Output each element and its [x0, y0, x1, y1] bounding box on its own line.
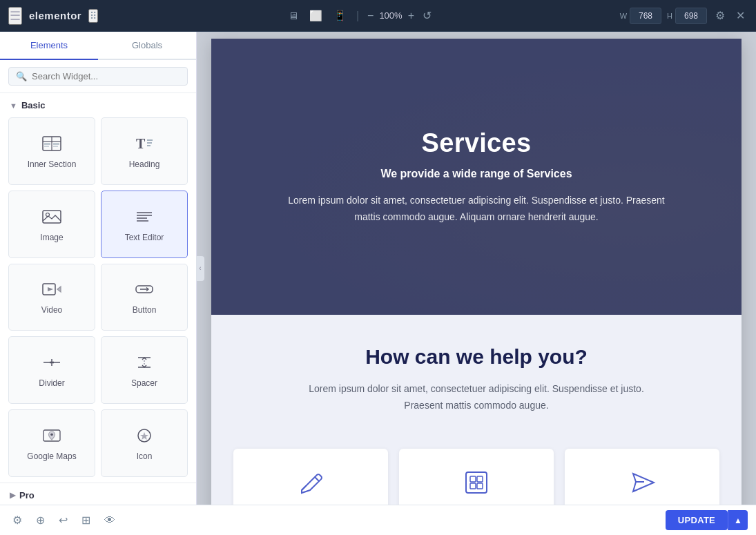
- svg-rect-5: [53, 143, 59, 145]
- pro-section-label: Pro: [19, 490, 35, 500]
- divider-icon: [42, 355, 61, 373]
- widget-button[interactable]: Button: [101, 264, 188, 331]
- svg-text:T: T: [136, 136, 146, 151]
- height-label: H: [667, 12, 672, 20]
- widget-heading[interactable]: T Heading: [101, 117, 188, 185]
- svg-rect-35: [470, 476, 476, 482]
- svg-line-33: [302, 486, 306, 490]
- sidebar: Elements Globals 🔍 ▼ Basic: [0, 32, 197, 505]
- update-options-button[interactable]: ▲: [728, 510, 748, 530]
- collapse-handle[interactable]: ‹: [196, 256, 204, 281]
- widget-icon[interactable]: Icon: [101, 409, 188, 477]
- widget-divider-label: Divider: [39, 378, 64, 388]
- templates-button[interactable]: ⊞: [77, 511, 95, 529]
- widget-icon-label: Icon: [137, 451, 153, 461]
- update-button[interactable]: UPDATE: [666, 510, 728, 530]
- svg-point-12: [46, 213, 50, 216]
- widget-heading-label: Heading: [129, 159, 160, 169]
- svg-rect-38: [477, 483, 483, 489]
- widget-inner-section[interactable]: Inner Section: [8, 117, 95, 185]
- settings-button[interactable]: ⚙: [713, 6, 728, 25]
- svg-rect-36: [477, 476, 483, 482]
- help-section: How can we help you? Lorem ipsum dolor s…: [211, 315, 742, 442]
- basic-section-header[interactable]: ▼ Basic: [0, 93, 196, 115]
- canvas-area[interactable]: Services We provide a wide range of Serv…: [197, 32, 756, 505]
- search-box: 🔍: [0, 60, 196, 93]
- widget-image[interactable]: Image: [8, 191, 95, 258]
- svg-rect-3: [44, 143, 50, 145]
- widget-google-maps-label: Google Maps: [27, 451, 76, 461]
- separator: |: [356, 10, 359, 22]
- mobile-view-button[interactable]: 📱: [329, 7, 351, 25]
- preview-button[interactable]: 👁: [100, 512, 119, 529]
- spacer-icon: [135, 355, 154, 373]
- svg-line-32: [315, 477, 319, 481]
- icon-icon: [135, 428, 154, 446]
- zoom-in-button[interactable]: +: [405, 8, 417, 23]
- menu-button[interactable]: ☰: [8, 7, 22, 25]
- hero-content: Services We provide a wide range of Serv…: [276, 128, 677, 226]
- widget-divider[interactable]: Divider: [8, 336, 95, 404]
- bottom-bar: ⚙ ⊕ ↩ ⊞ 👁 UPDATE ▲: [0, 505, 756, 535]
- widget-text-editor-label: Text Editor: [125, 233, 164, 242]
- top-bar-center: 🖥 ⬜ 📱 | − 100% + ↺: [284, 6, 434, 25]
- layers-button[interactable]: ⊕: [32, 511, 49, 529]
- text-editor-icon: [135, 209, 154, 227]
- widget-google-maps[interactable]: Google Maps: [8, 409, 95, 477]
- width-label: W: [620, 12, 627, 20]
- tab-elements[interactable]: Elements: [0, 32, 98, 60]
- search-input-wrap: 🔍: [8, 67, 188, 86]
- zoom-value: 100%: [379, 10, 402, 21]
- apps-grid-button[interactable]: ⠿: [88, 9, 98, 23]
- svg-rect-34: [466, 472, 487, 493]
- widget-video[interactable]: Video: [8, 264, 95, 331]
- height-field: H: [667, 8, 707, 24]
- close-button[interactable]: ✕: [733, 6, 748, 25]
- svg-marker-19: [48, 287, 53, 291]
- top-bar: ☰ elementor ⠿ 🖥 ⬜ 📱 | − 100% + ↺ W H ⚙ ✕: [0, 0, 756, 32]
- pro-section-header[interactable]: ▶ Pro: [0, 483, 196, 505]
- top-bar-right: W H ⚙ ✕: [620, 6, 748, 25]
- heading-icon: T: [135, 136, 154, 154]
- services-row: [211, 442, 742, 505]
- widget-video-label: Video: [41, 305, 62, 315]
- button-icon: [135, 282, 154, 300]
- image-icon: [42, 209, 61, 227]
- width-field: W: [620, 8, 661, 24]
- widget-grid: Inner Section T Heading: [0, 115, 196, 483]
- basic-section-label: Basic: [21, 100, 46, 110]
- widget-spacer[interactable]: Spacer: [101, 336, 188, 404]
- widget-text-editor[interactable]: Text Editor: [101, 191, 188, 258]
- hero-body: Lorem ipsum dolor sit amet, consectetuer…: [276, 193, 677, 226]
- hero-title: Services: [276, 128, 677, 158]
- video-icon: [42, 282, 61, 300]
- tab-globals[interactable]: Globals: [98, 32, 196, 60]
- svg-rect-6: [53, 146, 58, 147]
- main-layout: Elements Globals 🔍 ▼ Basic: [0, 32, 756, 505]
- zoom-out-button[interactable]: −: [365, 8, 376, 23]
- history-button[interactable]: ↩: [55, 511, 72, 529]
- desktop-view-button[interactable]: 🖥: [284, 7, 302, 24]
- widget-image-label: Image: [40, 233, 63, 242]
- search-input[interactable]: [32, 71, 180, 81]
- svg-marker-18: [57, 286, 61, 292]
- zoom-controls: − 100% +: [365, 8, 417, 23]
- edit-icon: [296, 468, 325, 503]
- width-input[interactable]: [630, 8, 661, 24]
- google-maps-icon: [42, 428, 61, 446]
- height-input[interactable]: [675, 8, 707, 24]
- grid-icon: [462, 468, 491, 503]
- hero-section: Services We provide a wide range of Serv…: [211, 39, 742, 315]
- tablet-view-button[interactable]: ⬜: [305, 7, 327, 25]
- service-card-grid: [399, 449, 554, 505]
- help-body: Lorem ipsum dolor sit amet, consectetuer…: [297, 381, 656, 414]
- svg-point-30: [50, 434, 53, 436]
- update-btn-group: UPDATE ▲: [666, 510, 748, 530]
- inner-section-icon: [42, 136, 61, 154]
- service-card-send: [565, 449, 719, 505]
- sidebar-tabs: Elements Globals: [0, 32, 196, 60]
- help-title: How can we help you?: [253, 345, 700, 369]
- pro-section-arrow: ▶: [10, 491, 15, 500]
- undo-button[interactable]: ↺: [420, 6, 434, 25]
- settings-bottom-button[interactable]: ⚙: [8, 511, 26, 529]
